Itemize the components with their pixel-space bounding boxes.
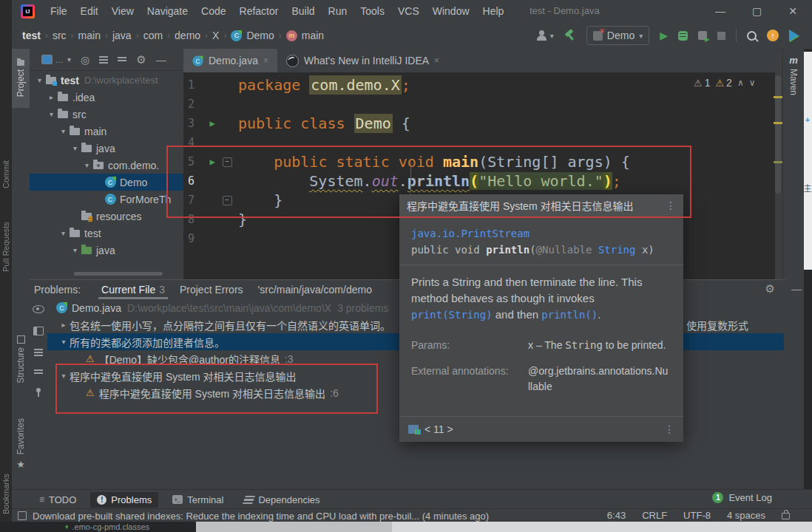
breadcrumb-item-demo[interactable]: demo — [173, 30, 202, 41]
pin-icon[interactable] — [36, 388, 41, 392]
toolwindow-button-todo[interactable]: ≡TODO — [33, 492, 83, 508]
popup-pager[interactable]: < 11 > — [424, 423, 453, 435]
search-icon[interactable] — [747, 31, 757, 41]
menu-item-build[interactable]: Build — [285, 2, 321, 20]
code-line[interactable]: 1package com.demo.X; — [183, 75, 775, 95]
expand-all-icon[interactable] — [34, 349, 43, 356]
hide-panel-icon[interactable]: — — [791, 283, 802, 295]
file-encoding[interactable]: UTF-8 — [683, 510, 711, 521]
run-gutter-icon[interactable]: ▶ — [204, 118, 220, 129]
breadcrumb-item-main[interactable]: main — [77, 30, 102, 41]
tree-chevron-icon[interactable]: ▾ — [58, 372, 70, 380]
tree-row-ForMoreTh[interactable]: CForMoreTh — [30, 191, 183, 208]
menu-item-refactor[interactable]: Refactor — [233, 2, 285, 20]
class-reference-link[interactable]: java.io.PrintStream — [411, 228, 671, 239]
horizontal-scrollbar[interactable] — [74, 272, 163, 276]
toolwindow-tab-favorites[interactable]: Favorites ★ — [12, 403, 30, 485]
breadcrumb-item-x[interactable]: X — [211, 30, 220, 41]
code-line[interactable]: 4 — [183, 133, 775, 152]
tree-row-Demo[interactable]: CDemo — [30, 174, 183, 191]
menu-item-run[interactable]: Run — [322, 2, 354, 20]
tree-row-test[interactable]: ▾test — [30, 225, 183, 242]
tree-row-resources[interactable]: resources — [30, 208, 183, 225]
gear-icon[interactable]: ⚙ — [765, 282, 775, 296]
caret-position[interactable]: 6:43 — [607, 510, 626, 521]
run-gutter-icon[interactable]: ▶ — [204, 157, 220, 167]
toolwindow-tab-project[interactable]: Project — [12, 49, 30, 108]
tree-row-java[interactable]: ▾java — [30, 242, 183, 259]
maximize-button[interactable]: ▢ — [752, 5, 762, 17]
problems-tab-current-file[interactable]: Current File3 — [94, 282, 172, 298]
status-message[interactable]: Download pre-built shared indexes: Reduc… — [33, 511, 489, 522]
tree-chevron-icon[interactable]: ▾ — [70, 246, 81, 254]
project-view-selector[interactable]: …▾ — [41, 55, 71, 64]
tree-chevron-icon[interactable]: ▾ — [58, 127, 69, 135]
profile-button[interactable]: ▾ — [536, 30, 554, 41]
toolwindow-tab-structure[interactable]: Structure — [12, 322, 30, 396]
view-options-icon[interactable] — [33, 305, 44, 313]
tab-demo-java[interactable]: C Demo.java × — [183, 49, 277, 72]
warning-stripe-mark[interactable] — [774, 161, 782, 163]
breadcrumb-item-java[interactable]: java — [111, 30, 133, 41]
breadcrumb-item-method[interactable]: mmain — [285, 30, 325, 41]
stop-button[interactable] — [717, 32, 725, 40]
breadcrumb-item-com[interactable]: com — [142, 30, 164, 41]
tree-chevron-icon[interactable]: ▸ — [46, 93, 57, 101]
breadcrumb-item-class[interactable]: CDemo — [229, 30, 275, 41]
toolwindow-tab-maven[interactable]: m Maven — [783, 49, 804, 95]
debug-button[interactable] — [678, 31, 688, 41]
menu-item-help[interactable]: Help — [476, 2, 511, 20]
close-tab-icon[interactable]: × — [263, 55, 268, 66]
lock-icon[interactable] — [782, 513, 790, 519]
tree-row-idea[interactable]: ▸.idea — [30, 89, 183, 106]
menu-item-file[interactable]: File — [44, 2, 74, 20]
tree-chevron-icon[interactable]: ▾ — [81, 161, 92, 169]
tree-chevron-icon[interactable]: ▾ — [58, 338, 70, 346]
collapse-all-icon[interactable] — [34, 369, 43, 375]
fold-gutter[interactable]: − — [220, 196, 234, 205]
tree-row-test[interactable]: ▾testD:\workplace\test — [30, 72, 183, 89]
tree-row-src[interactable]: ▾src — [30, 106, 183, 123]
ide-features-icon[interactable] — [789, 30, 799, 41]
update-icon[interactable]: ↑ — [767, 30, 779, 41]
close-button[interactable]: ✕ — [788, 5, 797, 17]
prev-problem-icon[interactable]: ∧ — [737, 78, 744, 88]
tree-chevron-icon[interactable]: ▾ — [46, 110, 57, 118]
run-button[interactable]: ▶ — [660, 30, 668, 41]
tree-row-comdemo[interactable]: ▾com.demo. — [30, 157, 183, 174]
menu-item-view[interactable]: View — [105, 2, 141, 20]
hide-panel-icon[interactable]: — — [156, 54, 166, 66]
code-line[interactable]: 6 System.out.println("Hello world."); — [183, 171, 775, 191]
code-line[interactable]: 3▶public class Demo { — [183, 114, 775, 133]
problems-tab--src-main-java-com-demo[interactable]: 'src/main/java/com/demo — [251, 282, 379, 298]
collapse-all-icon[interactable] — [118, 57, 126, 63]
gear-icon[interactable]: ⚙ — [136, 53, 146, 66]
menu-item-tools[interactable]: Tools — [353, 2, 391, 20]
toolwindow-button-problems[interactable]: !Problems — [90, 492, 158, 508]
tree-chevron-icon[interactable]: ▸ — [58, 321, 70, 329]
breadcrumb-item-test[interactable]: test — [21, 30, 42, 41]
line-ending[interactable]: CRLF — [642, 510, 667, 521]
toolwindow-button-terminal[interactable]: ›_Terminal — [166, 492, 230, 508]
warning-stripe-mark[interactable] — [774, 96, 782, 98]
menu-item-edit[interactable]: Edit — [74, 2, 105, 20]
minimize-button[interactable]: — — [715, 5, 725, 17]
code-line[interactable]: 2 — [183, 95, 775, 114]
problems-tab-project-errors[interactable]: Project Errors — [172, 282, 251, 298]
run-config-selector[interactable]: Demo ▾ — [586, 26, 649, 45]
inspections-widget[interactable]: ⚠1 ⚠2 ∧ ∨ — [694, 77, 756, 89]
close-tab-icon[interactable]: × — [434, 55, 439, 66]
fold-icon[interactable]: − — [223, 196, 232, 205]
tree-chevron-icon[interactable]: ▾ — [70, 144, 81, 152]
menu-item-code[interactable]: Code — [194, 2, 232, 20]
popup-header[interactable]: 程序中避免直接使用 System 对相关日志信息输出 ⋮ — [399, 194, 683, 217]
toolwindow-button-dependencies[interactable]: Dependencies — [237, 492, 326, 508]
tree-row-java[interactable]: ▾java — [30, 140, 183, 157]
tab-whats-new[interactable]: What's New in IntelliJ IDEA × — [277, 49, 448, 72]
next-problem-icon[interactable]: ∨ — [749, 78, 756, 88]
scrollbar-thumb[interactable] — [775, 75, 781, 194]
kebab-menu-icon[interactable]: ⋮ — [666, 200, 676, 211]
breadcrumb-item-src[interactable]: src — [51, 30, 68, 41]
editor-scrollbar[interactable] — [774, 72, 782, 279]
fold-icon[interactable]: − — [223, 157, 232, 167]
